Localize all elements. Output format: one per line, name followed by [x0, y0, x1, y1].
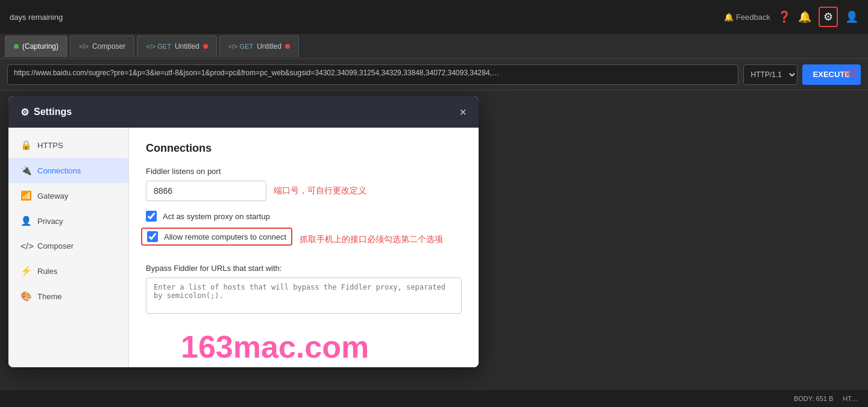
tab-composer-label: Composer	[92, 42, 125, 51]
settings-content: Connections Fiddler listens on port 端口号，…	[129, 128, 479, 367]
status-bar: BODY: 651 B HT…	[0, 390, 868, 407]
tab-untitled1-label: Untitled	[175, 42, 200, 51]
settings-icon[interactable]: ⚙	[819, 7, 838, 27]
nav-item-composer[interactable]: </> Composer	[8, 234, 128, 258]
bell-icon[interactable]: 🔔	[798, 10, 811, 23]
nav-gateway-label: Gateway	[37, 191, 68, 200]
bypass-textarea[interactable]	[146, 278, 462, 314]
protocol-select[interactable]: HTTP/1.1 HTTP/2	[743, 64, 797, 85]
theme-icon: 🎨	[20, 291, 31, 302]
system-proxy-checkbox[interactable]	[146, 211, 157, 222]
nav-item-rules[interactable]: ⚡ Rules	[8, 258, 128, 284]
nav-item-gateway[interactable]: 📶 Gateway	[8, 183, 128, 208]
bypass-section: Bypass Fiddler for URLs that start with:	[146, 264, 462, 316]
tab-bar: (Capturing) </> Composer </> GET Untitle…	[0, 34, 868, 59]
remote-annotation: 抓取手机上的接口必须勾选第二个选项	[300, 234, 443, 245]
remote-connect-row: Allow remote computers to connect	[141, 228, 292, 246]
modal-title: ⚙ Settings	[20, 107, 72, 118]
settings-modal: ⚙ Settings × 🔒 HTTPS 🔌 Connections	[8, 96, 479, 367]
nav-rules-label: Rules	[37, 267, 57, 276]
modal-close-button[interactable]: ×	[459, 106, 467, 118]
settings-title-text: Settings	[34, 107, 72, 117]
nav-theme-label: Theme	[37, 292, 61, 301]
https-icon: 🔒	[20, 140, 31, 151]
topbar-actions: 🔔 Feedback ❓ 🔔 ⚙ 👤	[724, 7, 858, 27]
nav-item-connections[interactable]: 🔌 Connections	[8, 158, 128, 183]
tab-untitled1-prefix: </> GET	[146, 43, 171, 50]
port-input[interactable]	[146, 181, 266, 201]
tab-composer-prefix: </>	[79, 43, 89, 50]
rules-icon: ⚡	[20, 266, 31, 276]
settings-nav: 🔒 HTTPS 🔌 Connections 📶 Gateway 👤 Privac…	[8, 128, 129, 367]
help-icon[interactable]: ❓	[778, 10, 791, 23]
tab-capturing[interactable]: (Capturing)	[5, 36, 68, 57]
settings-label-annotation: 设置	[843, 69, 857, 79]
composer-icon: </>	[20, 241, 31, 251]
url-input[interactable]: https://www.baidu.com/sugrec?pre=1&p=3&i…	[7, 64, 738, 85]
modal-header: ⚙ Settings ×	[8, 96, 479, 128]
system-proxy-label: Act as system proxy on startup	[163, 212, 270, 221]
address-bar: https://www.baidu.com/sugrec?pre=1&p=3&i…	[0, 59, 868, 90]
tab-untitled2-label: Untitled	[257, 42, 281, 51]
system-proxy-row: Act as system proxy on startup	[146, 211, 462, 222]
days-remaining-text: days remaining	[10, 13, 63, 22]
connections-icon: 🔌	[20, 165, 31, 176]
bypass-label: Bypass Fiddler for URLs that start with:	[146, 264, 462, 273]
feedback-button[interactable]: 🔔 Feedback	[724, 13, 770, 22]
nav-connections-label: Connections	[37, 166, 81, 175]
tab-composer[interactable]: </> Composer	[70, 36, 134, 57]
remote-connect-label: Allow remote computers to connect	[164, 232, 286, 241]
remote-connect-checkbox[interactable]	[147, 231, 158, 242]
modal-body: 🔒 HTTPS 🔌 Connections 📶 Gateway 👤 Privac…	[8, 128, 479, 367]
tab-capturing-label: (Capturing)	[22, 42, 58, 51]
nav-item-theme[interactable]: 🎨 Theme	[8, 284, 128, 309]
gateway-icon: 📶	[20, 190, 31, 201]
tab-untitled2-prefix: </> GET	[228, 43, 254, 50]
privacy-icon: 👤	[20, 216, 31, 226]
section-title: Connections	[146, 142, 462, 155]
settings-gear-icon: ⚙	[20, 107, 29, 118]
tab-untitled2[interactable]: </> GET Untitled	[219, 36, 299, 57]
nav-https-label: HTTPS	[37, 141, 63, 150]
body-size-status: BODY: 651 B	[794, 395, 833, 402]
nav-composer-label: Composer	[37, 241, 74, 250]
port-annotation: 端口号，可自行更改定义	[274, 185, 366, 196]
tab-untitled1[interactable]: </> GET Untitled	[137, 36, 216, 57]
feedback-icon: 🔔	[724, 13, 734, 22]
tab-dot-green	[14, 44, 19, 49]
nav-item-https[interactable]: 🔒 HTTPS	[8, 132, 128, 158]
port-field-label: Fiddler listens on port	[146, 167, 462, 176]
account-icon[interactable]: 👤	[845, 10, 858, 23]
feedback-label: Feedback	[736, 13, 770, 22]
tab-untitled1-dot	[203, 44, 208, 49]
tab-untitled2-dot	[285, 44, 290, 49]
nav-privacy-label: Privacy	[37, 217, 63, 226]
nav-item-privacy[interactable]: 👤 Privacy	[8, 208, 128, 234]
topbar: days remaining 🔔 Feedback ❓ 🔔 ⚙ 👤	[0, 0, 868, 34]
main-area: ⚙ Settings × 🔒 HTTPS 🔌 Connections	[0, 90, 868, 407]
ht-status: HT…	[843, 395, 858, 402]
